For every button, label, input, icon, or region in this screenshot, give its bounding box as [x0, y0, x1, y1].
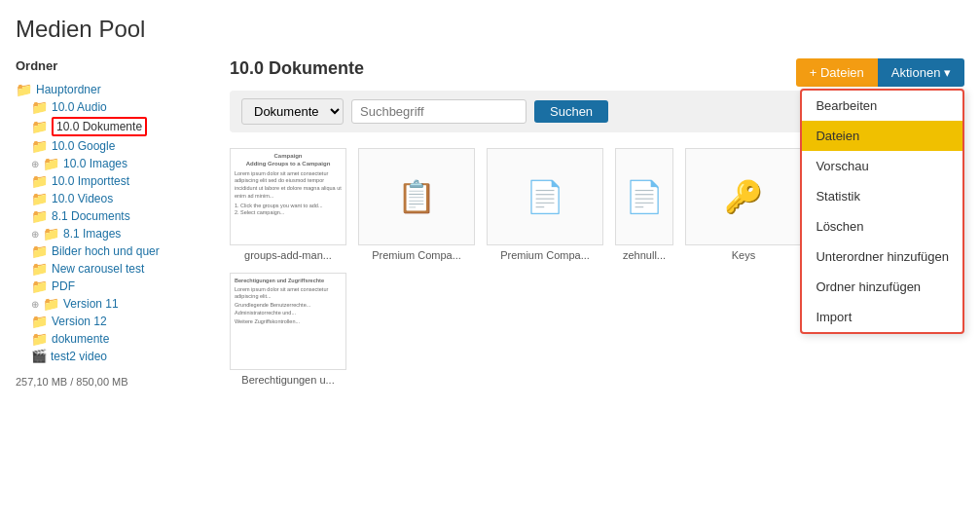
aktionen-button[interactable]: Aktionen ▾ — [878, 58, 964, 87]
file-item[interactable]: 🔑 Keys — [685, 148, 802, 261]
sidebar-item-pdf[interactable]: 📁 PDF — [16, 278, 210, 295]
folder-tree: 📁 Hauptordner 📁 10.0 Audio 📁 10.0 Dokume… — [16, 81, 210, 364]
filter-select[interactable]: Dokumente Bilder Videos Audio Alle — [241, 98, 344, 125]
folder-link-10-audio[interactable]: 10.0 Audio — [52, 100, 107, 114]
sidebar-item-hauptordner[interactable]: 📁 Hauptordner — [16, 81, 210, 98]
folder-icon: 📁 — [43, 226, 59, 241]
folder-link-new-carousel[interactable]: New carousel test — [52, 262, 144, 276]
menu-item-bearbeiten[interactable]: Bearbeiten — [802, 91, 962, 121]
expand-icon[interactable]: ⊕ — [31, 159, 39, 169]
folder-link-version-12[interactable]: Version 12 — [52, 315, 107, 328]
folder-link-bilder[interactable]: Bilder hoch und quer — [52, 244, 160, 258]
folder-link-10-videos[interactable]: 10.0 Videos — [52, 192, 113, 205]
expand-icon[interactable]: ⊕ — [31, 229, 39, 240]
folder-icon: 📁 — [43, 156, 59, 171]
folder-link-test2-video[interactable]: test2 video — [51, 350, 107, 363]
folder-icon: 📁 — [31, 279, 48, 294]
file-thumbnail: 📋 — [358, 148, 475, 245]
folder-icon: 📁 — [31, 208, 48, 224]
folder-link-8-1-documents[interactable]: 8.1 Documents — [52, 209, 130, 223]
file-name: Keys — [685, 249, 802, 261]
file-thumbnail: Berechtigungen und Zugriffsrechte Lorem … — [230, 273, 346, 370]
sidebar-item-version-11[interactable]: ⊕ 📁 Version 11 — [16, 295, 210, 313]
folder-icon: 📁 — [31, 191, 48, 206]
sidebar-item-8-1-documents[interactable]: 📁 8.1 Documents — [16, 207, 210, 225]
storage-info: 257,10 MB / 850,00 MB — [16, 376, 210, 388]
doc-icon: 🔑 — [724, 178, 763, 215]
search-input[interactable] — [351, 99, 526, 124]
folder-icon: 📁 — [31, 243, 48, 259]
file-item[interactable]: Berechtigungen und Zugriffsrechte Lorem … — [230, 273, 346, 386]
folder-icon: 📁 — [31, 138, 48, 154]
file-item[interactable]: CampaignAdding Groups to a Campaign Lore… — [230, 148, 346, 261]
folder-icon: 📁 — [31, 314, 48, 329]
folder-icon: 📁 — [43, 296, 59, 312]
menu-item-import[interactable]: Import — [802, 302, 962, 332]
menu-item-dateien[interactable]: Dateien — [802, 121, 962, 151]
file-icon: 🎬 — [31, 349, 47, 363]
sidebar-item-test2-video[interactable]: 🎬 test2 video — [16, 348, 210, 364]
add-files-button[interactable]: + Dateien — [796, 58, 878, 87]
folder-link-pdf[interactable]: PDF — [52, 279, 75, 293]
folder-link-8-1-images[interactable]: 8.1 Images — [63, 227, 121, 241]
expand-icon[interactable]: ⊕ — [31, 299, 39, 310]
file-item[interactable]: 📄 zehnull... — [615, 148, 673, 261]
menu-item-statistik[interactable]: Statistik — [802, 181, 962, 211]
sidebar-item-new-carousel[interactable]: 📁 New carousel test — [16, 260, 210, 278]
folder-icon: 📁 — [31, 119, 48, 134]
file-name: zehnull... — [615, 249, 673, 261]
sidebar-item-bilder[interactable]: 📁 Bilder hoch und quer — [16, 242, 210, 260]
folder-link-10-importtest[interactable]: 10.0 Importtest — [52, 174, 129, 188]
folder-link-version-11[interactable]: Version 11 — [63, 297, 119, 311]
folder-icon: 📁 — [31, 331, 48, 347]
folder-icon: 📁 — [31, 261, 48, 277]
sidebar-item-10-dokumente[interactable]: 📁 10.0 Dokumente — [16, 116, 210, 137]
folder-icon: 📁 — [31, 99, 48, 115]
doc-icon: 📋 — [397, 178, 436, 215]
page-title: Medien Pool — [16, 16, 964, 43]
sidebar-item-10-google[interactable]: 📁 10.0 Google — [16, 137, 210, 155]
doc-icon: 📄 — [625, 178, 664, 215]
file-name: groups-add-man... — [230, 249, 346, 261]
sidebar-item-8-1-images[interactable]: ⊕ 📁 8.1 Images — [16, 225, 210, 242]
file-thumbnail: 🔑 — [685, 148, 802, 245]
sidebar-item-10-audio[interactable]: 📁 10.0 Audio — [16, 98, 210, 116]
file-name: Premium Compa... — [487, 249, 603, 261]
folder-link-10-images[interactable]: 10.0 Images — [63, 157, 127, 170]
sidebar-title: Ordner — [16, 58, 210, 73]
file-name: Berechtigungen u... — [230, 374, 346, 386]
file-item[interactable]: 📋 Premium Compa... — [358, 148, 475, 261]
sidebar-item-dokumente[interactable]: 📁 dokumente — [16, 330, 210, 348]
doc-icon: 📄 — [526, 178, 564, 215]
file-thumbnail: CampaignAdding Groups to a Campaign Lore… — [230, 148, 346, 245]
main-title: 10.0 Dokumente — [230, 58, 364, 79]
sidebar-item-10-images[interactable]: ⊕ 📁 10.0 Images — [16, 155, 210, 172]
main-content: 10.0 Dokumente + Dateien Aktionen ▾ Bear… — [230, 58, 964, 388]
dropdown-wrapper: + Dateien Aktionen ▾ Bearbeiten Dateien … — [796, 58, 964, 87]
folder-link-hauptordner[interactable]: Hauptordner — [36, 83, 101, 96]
menu-item-unterordner[interactable]: Unterordner hinzufügen — [802, 241, 962, 272]
file-thumbnail: 📄 — [487, 148, 603, 245]
aktionen-dropdown: Bearbeiten Dateien Vorschau Statistik Lö… — [800, 89, 964, 334]
menu-item-vorschau[interactable]: Vorschau — [802, 151, 962, 181]
file-item[interactable]: 📄 Premium Compa... — [487, 148, 603, 261]
sidebar-item-10-importtest[interactable]: 📁 10.0 Importtest — [16, 172, 210, 190]
menu-item-loeschen[interactable]: Löschen — [802, 211, 962, 241]
search-button[interactable]: Suchen — [534, 100, 608, 123]
folder-link-10-google[interactable]: 10.0 Google — [52, 139, 115, 153]
action-buttons: + Dateien Aktionen ▾ — [796, 58, 964, 87]
folder-icon: 📁 — [31, 173, 48, 189]
selected-folder-label[interactable]: 10.0 Dokumente — [52, 117, 147, 136]
folder-icon: 📁 — [16, 82, 32, 97]
file-thumbnail: 📄 — [615, 148, 673, 245]
folder-link-dokumente[interactable]: dokumente — [52, 332, 109, 346]
sidebar: Ordner 📁 Hauptordner 📁 10.0 Audio 📁 10.0… — [16, 58, 210, 388]
sidebar-item-10-videos[interactable]: 📁 10.0 Videos — [16, 190, 210, 207]
menu-item-ordner[interactable]: Ordner hinzufügen — [802, 272, 962, 302]
file-name: Premium Compa... — [358, 249, 475, 261]
sidebar-item-version-12[interactable]: 📁 Version 12 — [16, 313, 210, 330]
